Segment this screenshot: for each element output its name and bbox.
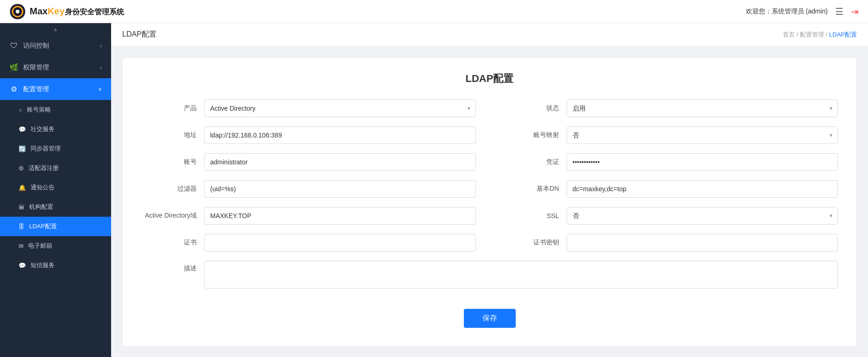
form-row-filter: 过滤器 [141, 180, 476, 198]
sidebar-item-sync-mgr[interactable]: 🔄 同步器管理 [0, 139, 111, 158]
scroll-up-indicator: ▲ [0, 23, 111, 35]
input-base-dn[interactable] [567, 180, 838, 198]
breadcrumb-config[interactable]: 配置管理 [800, 31, 824, 38]
sidebar-label-config: 配置管理 [23, 85, 49, 94]
logo-text: MaxKey身份安全管理系统 [30, 6, 124, 17]
label-status: 状态 [504, 104, 559, 113]
ldap-icon: 🗄 [19, 223, 25, 230]
sidebar-label-access-control: 访问控制 [23, 42, 49, 50]
input-filter[interactable] [204, 180, 476, 198]
label-cert: 证书 [141, 238, 197, 247]
breadcrumb-current: LDAP配置 [829, 31, 857, 38]
social-icon: 💬 [19, 126, 26, 133]
form-card: LDAP配置 产品 Active Directory OpenLDAP ▾ [122, 57, 857, 347]
sidebar-item-org[interactable]: 🏛 机构配置 [0, 197, 111, 217]
sidebar-item-account-policy[interactable]: ○ 账号策略 [0, 100, 111, 119]
header: MaxKey身份安全管理系统 欢迎您：系统管理员 (admin) ☰ ⇥ [0, 0, 868, 23]
form-row-description: 描述 [141, 261, 838, 290]
main-content: LDAP配置 首页 / 配置管理 / LDAP配置 LDAP配置 产品 [111, 23, 868, 357]
form-actions: 保存 [141, 309, 838, 328]
sidebar-item-permission[interactable]: 🌿 权限管理 › [0, 56, 111, 78]
arrow-icon: › [100, 43, 102, 49]
control-cert [204, 234, 476, 251]
sidebar-item-adapter[interactable]: ⚙ 适配器注册 [0, 158, 111, 178]
logout-icon[interactable]: ⇥ [851, 6, 859, 17]
label-address: 地址 [141, 131, 197, 139]
label-ad-domain: Active Directory域 [141, 212, 197, 220]
form-row-cert-key: 证书密钥 [504, 234, 838, 251]
account-policy-icon: ○ [19, 106, 22, 113]
control-account-mapping: 否 是 ▾ [567, 126, 838, 144]
sync-icon: 🔄 [19, 145, 26, 152]
sidebar-item-social-service[interactable]: 💬 社交服务 [0, 119, 111, 139]
adapter-icon: ⚙ [19, 165, 24, 172]
form-row-account-mapping: 账号映射 否 是 ▾ [504, 126, 838, 144]
form-row-base-dn: 基本DN [504, 180, 838, 198]
input-credential[interactable] [567, 153, 838, 171]
page-header: LDAP配置 首页 / 配置管理 / LDAP配置 [111, 23, 868, 46]
sidebar-item-notification[interactable]: 🔔 通知公告 [0, 178, 111, 197]
form-row-account: 账号 [141, 153, 476, 171]
org-icon: 🏛 [19, 204, 25, 211]
notification-icon: 🔔 [19, 184, 26, 191]
label-credential: 凭证 [504, 158, 559, 166]
form-row-ad-domain: Active Directory域 [141, 207, 476, 225]
sidebar-item-sms[interactable]: 💬 短信服务 [0, 256, 111, 275]
menu-icon[interactable]: ☰ [835, 6, 843, 17]
sidebar-item-config[interactable]: ⚙ 配置管理 ∨ [0, 78, 111, 100]
sidebar-label-org: 机构配置 [29, 203, 53, 211]
control-status: 启用 禁用 ▾ [567, 100, 838, 117]
sidebar-item-access-control[interactable]: 🛡 访问控制 › [0, 35, 111, 56]
input-account[interactable] [204, 153, 476, 171]
select-account-mapping[interactable]: 否 是 [567, 126, 838, 144]
select-wrapper-mapping: 否 是 ▾ [567, 126, 838, 144]
control-ssl: 否 是 ▾ [567, 207, 838, 225]
input-cert-key[interactable] [567, 234, 838, 251]
permission-icon: 🌿 [9, 63, 19, 72]
label-filter: 过滤器 [141, 185, 197, 193]
select-ssl[interactable]: 否 是 [567, 207, 838, 225]
sidebar-label-sync: 同步器管理 [31, 144, 61, 153]
form-row-ssl: SSL 否 是 ▾ [504, 207, 838, 225]
header-right: 欢迎您：系统管理员 (admin) ☰ ⇥ [746, 6, 859, 17]
input-cert[interactable] [204, 234, 476, 251]
breadcrumb-sep2: / [826, 31, 829, 38]
save-button[interactable]: 保存 [464, 309, 516, 328]
form-row-address: 地址 [141, 126, 476, 144]
breadcrumb-home[interactable]: 首页 [783, 31, 795, 38]
form-grid: 产品 Active Directory OpenLDAP ▾ 状态 [141, 100, 838, 328]
logo: MaxKey身份安全管理系统 [9, 3, 124, 20]
page-title: LDAP配置 [122, 30, 156, 39]
form-card-title: LDAP配置 [141, 72, 838, 86]
select-wrapper-status: 启用 禁用 ▾ [567, 100, 838, 117]
input-ad-domain[interactable] [204, 207, 476, 225]
form-row-product: 产品 Active Directory OpenLDAP ▾ [141, 100, 476, 117]
input-address[interactable] [204, 126, 476, 144]
layout: ▲ 🛡 访问控制 › 🌿 权限管理 › ⚙ 配置管理 ∨ ○ 账号策略 💬 社交… [0, 23, 868, 357]
select-product[interactable]: Active Directory OpenLDAP [204, 100, 476, 117]
sidebar: ▲ 🛡 访问控制 › 🌿 权限管理 › ⚙ 配置管理 ∨ ○ 账号策略 💬 社交… [0, 23, 111, 357]
label-account: 账号 [141, 158, 197, 166]
shield-icon: 🛡 [9, 42, 19, 50]
control-product: Active Directory OpenLDAP ▾ [204, 100, 476, 117]
sidebar-label-email: 电子邮箱 [28, 242, 52, 250]
label-account-mapping: 账号映射 [504, 131, 559, 139]
config-icon: ⚙ [9, 85, 19, 94]
sidebar-item-email[interactable]: ✉ 电子邮箱 [0, 236, 111, 256]
label-description: 描述 [141, 261, 197, 273]
logo-icon [9, 3, 26, 20]
email-icon: ✉ [19, 243, 24, 250]
control-description [204, 261, 838, 290]
breadcrumb: 首页 / 配置管理 / LDAP配置 [783, 31, 857, 39]
label-ssl: SSL [504, 212, 559, 219]
svg-point-2 [16, 10, 19, 13]
input-description[interactable] [204, 261, 838, 288]
sidebar-label-ldap: LDAP配置 [29, 222, 57, 231]
label-cert-key: 证书密钥 [504, 238, 559, 247]
sidebar-label-notification: 通知公告 [31, 183, 55, 192]
control-credential [567, 153, 838, 171]
sidebar-item-ldap[interactable]: 🗄 LDAP配置 [0, 217, 111, 236]
control-account [204, 153, 476, 171]
control-address [204, 126, 476, 144]
select-status[interactable]: 启用 禁用 [567, 100, 838, 117]
